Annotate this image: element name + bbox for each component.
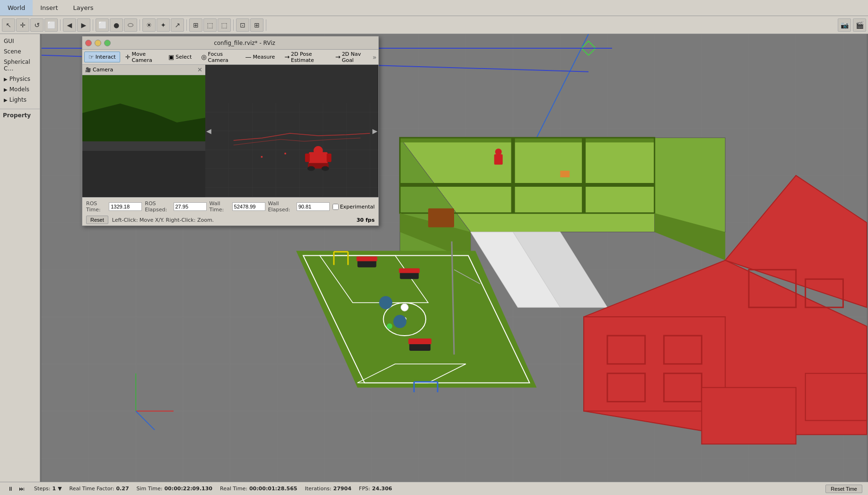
steps-label: Steps:: [34, 486, 50, 492]
wall-elapsed-input[interactable]: [297, 202, 330, 211]
rviz-tool-2dnav[interactable]: → 2D Nav Goal: [331, 50, 371, 65]
iterations-label: Iterations:: [305, 486, 331, 492]
experimental-check[interactable]: Experimental: [333, 204, 375, 210]
rtf-value: 0.27: [116, 486, 129, 492]
toolbar-spotlight[interactable]: ✦: [157, 18, 170, 32]
rviz-tool-interact[interactable]: ☞ Interact: [84, 52, 120, 62]
rviz-tool-interact-label: Interact: [96, 54, 116, 60]
time-row1: ROS Time: ROS Elapsed: Wall Time: Wall E…: [86, 200, 375, 213]
svg-rect-40: [494, 154, 503, 165]
camera-panel-close[interactable]: ✕: [197, 66, 202, 73]
sidebar-item-gui[interactable]: GUI: [0, 36, 40, 46]
menu-layers[interactable]: Layers: [66, 0, 101, 16]
experimental-checkbox[interactable]: [333, 204, 339, 210]
pause-button[interactable]: ⏸: [6, 484, 15, 494]
svg-point-102: [261, 156, 263, 158]
2dpose-icon: →: [284, 53, 289, 61]
reset-time-button[interactable]: Reset Time: [825, 485, 862, 493]
rviz-window: config_file.rviz* - RViz ☞ Interact ✛ Mo…: [82, 36, 379, 226]
toolbar-redo[interactable]: ▶: [77, 18, 90, 32]
menu-insert[interactable]: Insert: [33, 0, 65, 16]
svg-rect-73: [399, 268, 420, 273]
toolbar-sep4: [186, 19, 187, 31]
camera-panel-title: 🎥 Camera ✕: [82, 65, 205, 75]
sidebar-item-models[interactable]: ▶ Models: [0, 84, 40, 95]
time-row2: Reset Left-Click: Move X/Y. Right-Click:…: [86, 216, 375, 224]
toolbar-select-tool[interactable]: ↖: [2, 18, 15, 32]
toolbar-directional[interactable]: ↗: [171, 18, 184, 32]
rviz-max-btn[interactable]: [104, 40, 111, 46]
main-area: GUI Scene Spherical C… ▶ Physics ▶ Model…: [0, 34, 868, 482]
svg-marker-88: [82, 151, 205, 197]
rviz-tool-measure-label: Measure: [253, 54, 275, 60]
wall-time-input[interactable]: [232, 202, 265, 211]
svg-point-105: [314, 146, 323, 156]
toolbar-rotate-tool[interactable]: ↺: [30, 18, 44, 32]
sidebar: GUI Scene Spherical C… ▶ Physics ▶ Model…: [0, 34, 40, 482]
sidebar-item-scene[interactable]: Scene: [0, 46, 40, 57]
toolbar-sep6: [266, 19, 266, 31]
camera-view: [82, 75, 205, 197]
toolbar-copy[interactable]: ⬚: [203, 18, 217, 32]
rviz-min-btn[interactable]: [95, 40, 101, 46]
toolbar-box[interactable]: ⬜: [96, 18, 109, 32]
toolbar-scale-tool[interactable]: ⬜: [44, 18, 58, 32]
sidebar-item-lights[interactable]: ▶ Lights: [0, 95, 40, 105]
toolbar-undo[interactable]: ◀: [63, 18, 76, 32]
fps-item: FPS: 24.306: [359, 486, 392, 492]
rviz-toolbar-more[interactable]: »: [372, 53, 377, 61]
toolbar-sphere[interactable]: ●: [110, 18, 123, 32]
svg-point-110: [322, 166, 329, 171]
time-fps: 30 fps: [357, 217, 375, 223]
svg-point-61: [386, 323, 392, 329]
rviz-tool-2dnav-label: 2D Nav Goal: [342, 51, 367, 63]
toolbar-screenshot[interactable]: 📷: [838, 18, 851, 32]
property-label: Property: [3, 112, 31, 119]
toolbar-paste[interactable]: ⬚: [218, 18, 231, 32]
toolbar-record[interactable]: 🎬: [853, 18, 866, 32]
menu-world[interactable]: World: [0, 0, 33, 16]
menubar: World Insert Layers: [0, 0, 868, 16]
viewport[interactable]: config_file.rviz* - RViz ☞ Interact ✛ Mo…: [40, 34, 868, 482]
toolbar-align[interactable]: ⊞: [250, 18, 263, 32]
toolbar-sun[interactable]: ☀: [142, 18, 156, 32]
physics-arrow: ▶: [4, 77, 8, 82]
camera-icon: 🎥: [85, 67, 91, 72]
rviz-content: 🎥 Camera ✕: [82, 65, 378, 197]
steps-value: 1: [52, 486, 56, 492]
sidebar-item-spherical[interactable]: Spherical C…: [0, 57, 40, 74]
rviz-tool-measure[interactable]: — Measure: [241, 52, 279, 62]
simtime-item: Sim Time: 00:00:22:09.130: [137, 486, 212, 492]
toolbar-sep1: [60, 19, 61, 31]
toolbar-translate-tool[interactable]: ✛: [16, 18, 29, 32]
sidebar-item-physics[interactable]: ▶ Physics: [0, 74, 40, 84]
rviz-scroll-right[interactable]: ▶: [372, 127, 377, 135]
svg-point-41: [495, 148, 502, 155]
ros-time-input[interactable]: [109, 202, 142, 211]
svg-point-76: [379, 296, 393, 309]
time-reset-btn[interactable]: Reset: [86, 216, 108, 224]
ros-elapsed-input[interactable]: [174, 202, 207, 211]
toolbar-sep3: [140, 19, 140, 31]
models-arrow: ▶: [4, 87, 8, 92]
rviz-tool-focuscam[interactable]: ◎ Focus Camera: [197, 50, 240, 65]
experimental-label: Experimental: [340, 204, 375, 210]
toolbar-cylinder[interactable]: ⬭: [124, 18, 137, 32]
wall-elapsed-label: Wall Elapsed:: [268, 200, 294, 213]
camera-label: Camera: [93, 67, 113, 73]
svg-point-78: [401, 304, 408, 311]
toolbar-grid[interactable]: ⊞: [189, 18, 202, 32]
rviz-tool-2dpose[interactable]: → 2D Pose Estimate: [280, 50, 330, 65]
rviz-tool-movecam[interactable]: ✛ Move Camera: [121, 50, 163, 65]
realtime-value: 00:00:01:28.565: [249, 486, 298, 492]
rviz-close-btn[interactable]: [85, 40, 92, 46]
rviz-tool-select[interactable]: ▣ Select: [164, 52, 196, 62]
camera-svg: [82, 75, 205, 197]
toolbar-snap[interactable]: ⊡: [236, 18, 249, 32]
svg-rect-75: [408, 339, 431, 344]
ros-elapsed-label: ROS Elapsed:: [145, 200, 170, 213]
step-button[interactable]: ⏭: [17, 484, 26, 494]
simtime-value: 00:00:22:09.130: [164, 486, 212, 492]
realtime-item: Real Time: 00:00:01:28.565: [220, 486, 297, 492]
rviz-scroll-left[interactable]: ◀: [206, 127, 211, 135]
